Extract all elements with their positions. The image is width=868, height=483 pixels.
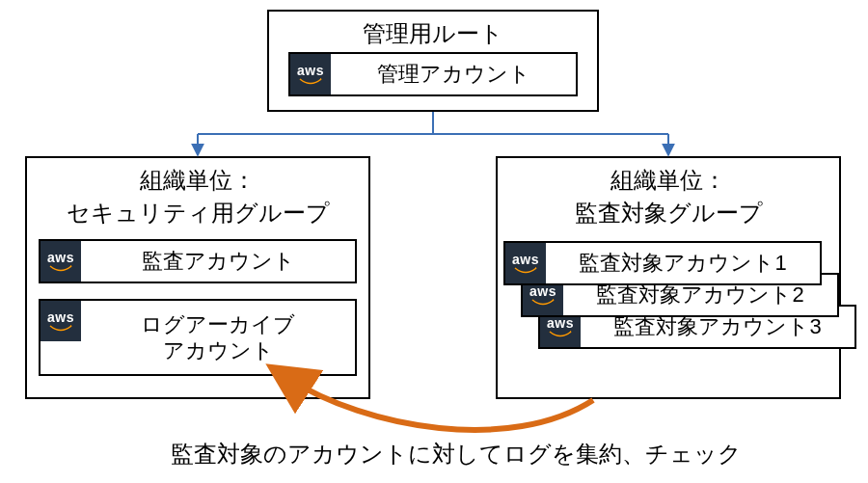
- aws-smile-icon: [549, 331, 572, 338]
- security-ou-title-l2: セキュリティ用グループ: [67, 200, 330, 226]
- aws-icon-label: aws: [47, 310, 74, 324]
- aws-icon: aws: [41, 241, 81, 282]
- log-archive-l1: ログアーカイブ: [141, 312, 295, 336]
- audit-target-ou-title-l2: 監査対象グループ: [575, 200, 763, 226]
- target-account-1-label: 監査対象アカウント1: [546, 248, 820, 279]
- management-account: aws 管理アカウント: [288, 52, 578, 96]
- target-account-1: aws 監査対象アカウント1: [503, 241, 822, 285]
- aws-icon-label: aws: [529, 284, 556, 298]
- aws-smile-icon: [49, 265, 72, 273]
- aws-icon-label: aws: [547, 316, 574, 330]
- audit-account-label: 監査アカウント: [81, 246, 355, 277]
- audit-target-ou-title-l1: 組織単位：: [610, 167, 726, 193]
- aws-smile-icon: [531, 299, 555, 307]
- aws-icon-label: aws: [297, 64, 324, 77]
- aws-smile-icon: [299, 78, 322, 86]
- management-account-label: 管理アカウント: [331, 59, 576, 90]
- security-ou-title: 組織単位： セキュリティ用グループ: [27, 158, 368, 232]
- aws-icon-label: aws: [47, 251, 74, 264]
- audit-account: aws 監査アカウント: [39, 239, 357, 283]
- log-archive-account-label: ログアーカイブ アカウント: [81, 309, 355, 366]
- caption-text: 監査対象のアカウントに対してログを集約、チェック: [171, 439, 742, 470]
- aws-icon: aws: [41, 301, 81, 341]
- log-archive-account: aws ログアーカイブ アカウント: [39, 299, 357, 376]
- audit-target-ou-title: 組織単位： 監査対象グループ: [498, 158, 839, 232]
- aws-smile-icon: [514, 267, 537, 275]
- root-ou-title: 管理用ルート: [269, 12, 597, 54]
- aws-icon-label: aws: [512, 253, 539, 266]
- log-archive-l2: アカウント: [163, 338, 274, 362]
- aws-smile-icon: [49, 325, 72, 333]
- aws-icon: aws: [290, 54, 331, 94]
- security-ou-title-l1: 組織単位：: [140, 167, 256, 193]
- aws-icon: aws: [505, 243, 546, 283]
